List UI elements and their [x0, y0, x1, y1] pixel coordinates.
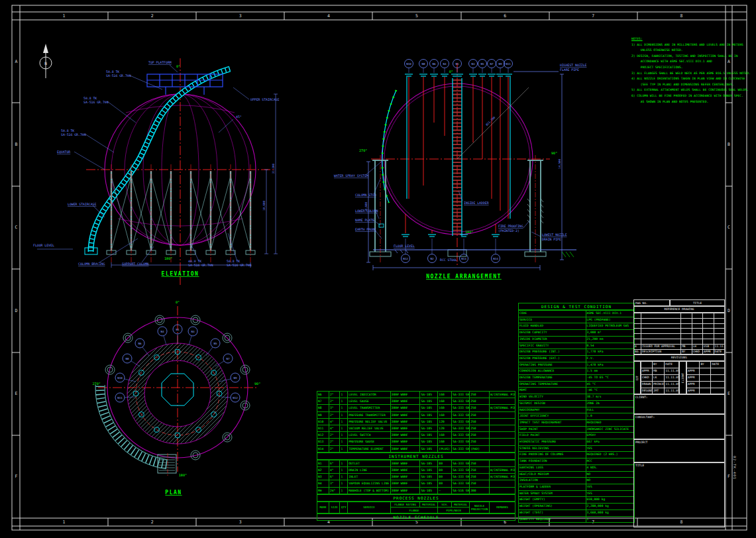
- table-row: STRESS RELIEVINGYES: [519, 445, 635, 452]
- cell: EARTHING LUGS: [519, 464, 586, 471]
- cell: 11.11.05: [665, 388, 679, 394]
- instrument-nozzle-rows: N62"1LEVEL INDICATOR300# WNRFSA-105160SA…: [317, 392, 515, 453]
- cell: 3": [329, 405, 339, 411]
- cell: [681, 323, 692, 329]
- design-test-condition-table: DESIGN & TEST CONDITION CODEASME SEC.VII…: [518, 303, 635, 523]
- plate-label-3a: 50.8 TK: [61, 129, 74, 133]
- cell: RADIOGRAPHY: [519, 407, 586, 413]
- table-row: MDMT-46 °C: [519, 388, 635, 394]
- cell: [490, 480, 515, 487]
- cad-drawing-sheet[interactable]: N: [0, 0, 756, 538]
- cell: [714, 329, 724, 334]
- cell: [634, 334, 641, 339]
- cell: [681, 334, 692, 339]
- title-label: TITLE: [670, 299, 725, 306]
- process-nozzle-rows: N16"1OUTLET300# WNRFSA-10580SA-333 GR.62…: [317, 460, 515, 494]
- cell: DATE: [714, 349, 724, 354]
- cell: 1: [340, 405, 348, 411]
- cell: MANHOLE (TOP & BOTTOM): [348, 487, 390, 494]
- cell: 250: [470, 398, 490, 405]
- client-vertical-label: CLIENT: [679, 361, 686, 394]
- north-label: N: [44, 61, 47, 66]
- table-row: WEIGHT (EMPTY)659,000 kg: [519, 497, 635, 504]
- cell: SA-333 GR.6: [452, 467, 470, 474]
- cell: 1: [340, 418, 348, 425]
- title-box: TITLE: [633, 462, 725, 527]
- cell: [711, 368, 725, 375]
- cell: SPECIFIC GRAVITY: [519, 343, 586, 349]
- cell: [490, 418, 515, 425]
- list-item: C: [13, 186, 20, 269]
- cell: [703, 339, 714, 344]
- cell: NO: [586, 471, 635, 478]
- list-item: 6: [461, 13, 549, 20]
- column-bracing-label: COLUMN BRACING: [78, 262, 105, 266]
- cell: 250: [470, 480, 490, 487]
- cell: N1: [317, 460, 329, 466]
- elevation-angle-0: 0°: [176, 64, 180, 68]
- list-item: 6) COLUMN WILL BE FIRE PROOFED IN ACCORD…: [631, 93, 726, 99]
- cell: APPR: [687, 388, 700, 394]
- cell: WIND VELOCITY: [519, 394, 586, 401]
- table-row: N72"1LEVEL GAUGE300# WNRFSA-105160SA-333…: [317, 398, 515, 405]
- table-row: DESIGN TEMPERATURE-45 TO 65 °C: [519, 375, 635, 382]
- list-item: E: [726, 352, 732, 435]
- lowest-nozzle-label-2: DRAIN PIPE: [542, 238, 561, 241]
- cell: APPR: [641, 368, 653, 375]
- process-nozzles-title: PROCESS NOZZLES: [317, 494, 515, 502]
- list-item: E: [13, 352, 20, 435]
- table-row: DESGNDJMT11.11.05: [641, 388, 679, 394]
- list-item: 4) ALL NOZZLE ORIENTATIONS TAKEN IN PLAN…: [631, 76, 726, 82]
- cell: [703, 334, 714, 339]
- cell: DESIGN PRESSURE (INT.): [519, 349, 586, 356]
- nozzle-arrangement-title: NOZZLE ARRANGEMENT: [426, 274, 502, 280]
- hdr-flange: FLANGE: [390, 508, 438, 513]
- table-row: N114"1VACUUM RELIEF VALVE300# WNRFSA-105…: [317, 425, 515, 432]
- nozzle-schedule-header: MARK SIZE QTY SERVICE FLANGE RATING MATE…: [317, 502, 515, 513]
- fire-proofing-label-1: FIRE PROOFING: [498, 225, 523, 228]
- org-vertical-label: EJT: [633, 361, 641, 394]
- cell: -45 TO 65 °C: [586, 375, 635, 382]
- plan-mark: N5: [213, 342, 217, 345]
- elevation-floor-level-label: FLOOR LEVEL: [33, 244, 54, 247]
- earth-probe-label: EARTH PROBE: [355, 228, 376, 231]
- cell: N2: [317, 467, 329, 474]
- table-row: 0ISSUED FOR APPROVALMBLHUSB11.11.05: [634, 344, 725, 349]
- cell: N10: [317, 418, 329, 425]
- cell: [681, 318, 692, 323]
- cell: 300# WNRF: [390, 445, 420, 452]
- table-row: OPERATING PRESSURE1,470 kPa: [519, 362, 635, 368]
- cell: [634, 329, 641, 334]
- list-item: 7: [549, 13, 637, 20]
- cell: [634, 318, 641, 323]
- cell: REQUIRED: [586, 419, 635, 426]
- cell: [700, 381, 711, 388]
- cell: WEIGHT (TEST): [519, 510, 586, 516]
- cell: DATE: [665, 362, 679, 368]
- table-row: NO.DESCRIPTIONBYCHKDAPPRDATE: [634, 349, 725, 354]
- list-item: ACCORDANCE WITH ASME SEC.VIII DIV.1 AND: [631, 59, 726, 65]
- plan-mark: N11: [117, 396, 123, 400]
- table-row: [634, 329, 725, 334]
- highest-nozzle-label-1: HIGHEST NOZZLE: [560, 64, 587, 67]
- elevation-view: 10,600 21,200 TOP PLATFORM 0° UPPER STAI…: [33, 58, 279, 285]
- hdr-sch: SCH.: [438, 502, 452, 508]
- cell: W/INTERNAL PIPE: [490, 467, 515, 474]
- cell: 1: [340, 487, 348, 494]
- list-item: 2: [108, 13, 196, 20]
- hdr-remarks: REMARKS: [490, 502, 515, 513]
- cell: 80: [438, 467, 452, 474]
- cell: [692, 334, 702, 339]
- table-row: FIELD PAINTEPOXY: [519, 433, 635, 439]
- cell: BY: [653, 362, 665, 368]
- cell: [490, 411, 515, 418]
- hdr-pipe-neck: PIPE/NECK: [438, 508, 470, 513]
- cell: [714, 323, 724, 329]
- cell: INORGANIC ZINC SILICATE: [586, 426, 635, 433]
- cell: SA-105: [420, 480, 438, 487]
- cell: 1: [586, 516, 635, 523]
- cell: 1: [340, 439, 348, 445]
- nozzle-schedule-title: NOZZLE SCHEDULE: [317, 513, 515, 521]
- cell: 0: [634, 344, 641, 349]
- cell: 300# WNRF: [390, 398, 420, 405]
